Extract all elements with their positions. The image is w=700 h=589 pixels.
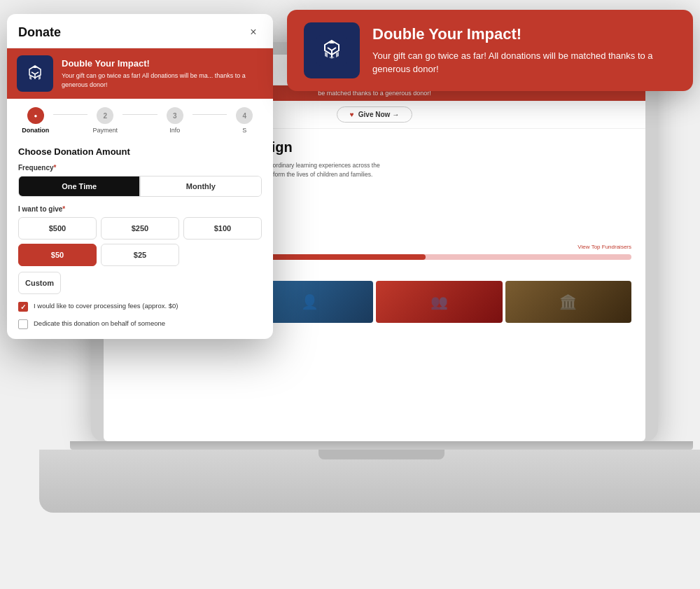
step-3-label: Info (169, 127, 180, 134)
frequency-label: Frequency* (18, 164, 262, 172)
modal-content: Choose Donation Amount Frequency* One Ti… (7, 139, 273, 339)
step-4-label: S (242, 127, 246, 134)
step-2-label: Payment (93, 127, 118, 134)
modal-banner-description: Your gift can go twice as far! All donat… (62, 71, 263, 89)
step-line-1 (53, 114, 88, 115)
give-now-label: Give Now → (358, 111, 399, 118)
step-info: 3 Info (158, 107, 192, 134)
modal-steps: ● Donation 2 Payment 3 Info 4 S (7, 99, 273, 139)
give-label: I want to give* (18, 205, 262, 213)
modal-banner-title: Double Your Impact! (62, 58, 263, 69)
step-3-circle: 3 (167, 107, 183, 124)
amount-250-button[interactable]: $250 (101, 217, 179, 240)
modal-close-button[interactable]: × (245, 24, 262, 41)
give-required-star: * (62, 205, 65, 213)
amount-grid: $500 $250 $100 $50 $25 (18, 217, 262, 266)
heart-icon: ♥ (350, 111, 354, 118)
give-label-text: I want to give (18, 205, 62, 213)
photo-silhouette-3: 👥 (430, 293, 448, 310)
photo-tile-4: 🏛️ (505, 281, 632, 323)
step-donation: ● Donation (18, 107, 53, 134)
frequency-label-text: Frequency (18, 164, 54, 172)
step-4: 4 S (227, 107, 262, 134)
step-1-circle: ● (27, 107, 44, 124)
processing-fee-row: ✓ I would like to cover processing fees … (18, 301, 262, 312)
dedicate-label: Dedicate this donation on behalf of some… (34, 319, 165, 328)
dedicate-row: Dedicate this donation on behalf of some… (18, 319, 262, 329)
modal-banner-text: Double Your Impact! Your gift can go twi… (62, 58, 263, 89)
donate-modal: Donate × Double Your Impact! Your gift c… (7, 14, 273, 339)
impact-banner: Double Your Impact! Your gift can go twi… (287, 10, 693, 91)
step-1-label: Donation (22, 127, 49, 134)
step-2-circle: 2 (97, 107, 113, 124)
modal-header: Donate × (7, 14, 273, 48)
impact-logo-box (304, 22, 360, 78)
modal-banner-logo (17, 55, 53, 92)
photo-silhouette-4: 🏛️ (559, 293, 577, 310)
amount-25-button[interactable]: $25 (101, 244, 179, 266)
step-line-3 (192, 114, 227, 115)
modal-red-banner: Double Your Impact! Your gift can go twi… (7, 48, 273, 99)
modal-title: Donate (18, 25, 61, 40)
processing-fee-label: I would like to cover processing fees (a… (34, 301, 178, 310)
amount-50-button[interactable]: $50 (18, 244, 97, 266)
amount-custom-button[interactable]: Custom (18, 272, 61, 294)
processing-fee-checkbox[interactable]: ✓ (18, 302, 28, 312)
step-payment: 2 Payment (88, 107, 122, 134)
section-title: Choose Donation Amount (18, 146, 262, 157)
impact-description: Your gift can go twice as far! All donat… (372, 49, 676, 76)
amount-500-button[interactable]: $500 (18, 217, 97, 240)
amount-100-button[interactable]: $100 (183, 217, 262, 240)
laptop-bottom (39, 450, 701, 513)
frequency-one-time-button[interactable]: One Time (19, 176, 139, 196)
impact-title: Double Your Impact! (372, 25, 676, 43)
frequency-monthly-button[interactable]: Monthly (141, 176, 261, 196)
photo-silhouette-2: 👤 (301, 293, 318, 310)
laptop-hinge (70, 441, 693, 450)
laptop-notch (318, 450, 444, 459)
photo-tile-3: 👥 (376, 281, 503, 323)
step-4-circle: 4 (236, 107, 253, 124)
impact-text: Double Your Impact! Your gift can go twi… (372, 25, 676, 76)
laptop-base (70, 441, 693, 532)
dedicate-checkbox[interactable] (18, 319, 28, 329)
frequency-selector[interactable]: One Time Monthly (18, 176, 262, 197)
give-now-button[interactable]: ♥ Give Now → (337, 106, 412, 123)
step-line-2 (122, 114, 158, 115)
required-star: * (54, 164, 57, 172)
